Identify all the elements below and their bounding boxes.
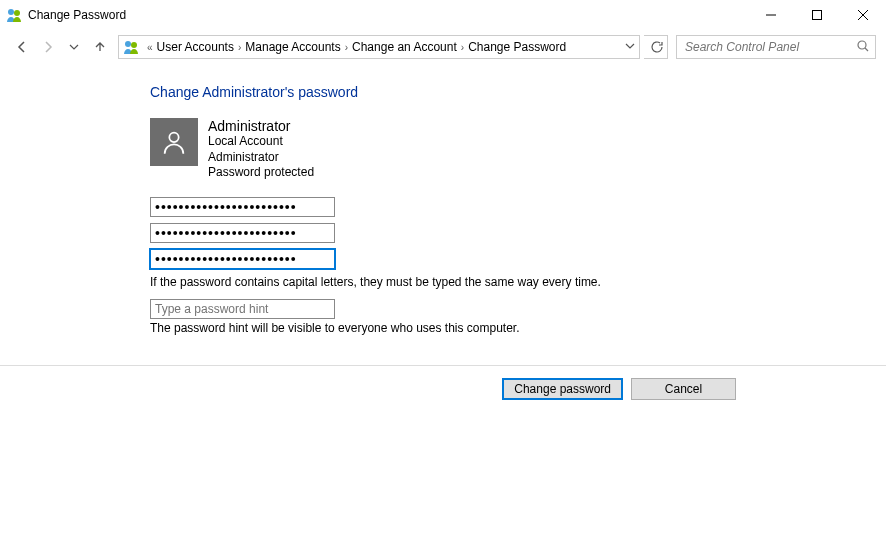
svg-point-7 <box>131 42 137 48</box>
user-account-type: Local Account <box>208 134 314 150</box>
chevron-down-icon[interactable] <box>625 40 635 54</box>
change-password-button[interactable]: Change password <box>502 378 623 400</box>
user-tile: Administrator Local Account Administrato… <box>150 118 886 181</box>
close-button[interactable] <box>840 0 886 30</box>
chevron-right-icon: › <box>461 42 464 53</box>
minimize-button[interactable] <box>748 0 794 30</box>
breadcrumb-item[interactable]: Change an Account <box>352 40 457 54</box>
user-info: Administrator Local Account Administrato… <box>208 118 314 181</box>
breadcrumb-item[interactable]: Manage Accounts <box>245 40 340 54</box>
recent-dropdown[interactable] <box>62 35 86 59</box>
content-area: Change Administrator's password Administ… <box>0 64 886 335</box>
forward-button[interactable] <box>36 35 60 59</box>
users-icon <box>6 7 22 23</box>
users-icon <box>123 39 139 55</box>
search-icon[interactable] <box>857 40 869 55</box>
svg-rect-3 <box>813 11 822 20</box>
svg-point-6 <box>125 41 131 47</box>
hint-note: The password hint will be visible to eve… <box>150 321 886 335</box>
search-box[interactable] <box>676 35 876 59</box>
titlebar: Change Password <box>0 0 886 30</box>
user-name: Administrator <box>208 118 314 134</box>
current-password-input[interactable] <box>150 197 335 217</box>
search-input[interactable] <box>683 39 857 55</box>
user-status: Password protected <box>208 165 314 181</box>
chevron-left-icon: « <box>147 42 153 53</box>
avatar <box>150 118 198 166</box>
svg-point-1 <box>14 10 20 16</box>
password-hint-input[interactable] <box>150 299 335 319</box>
navbar: « User Accounts › Manage Accounts › Chan… <box>0 30 886 64</box>
user-role: Administrator <box>208 150 314 166</box>
up-button[interactable] <box>88 35 112 59</box>
chevron-right-icon: › <box>238 42 241 53</box>
svg-point-8 <box>858 41 866 49</box>
svg-line-9 <box>865 48 868 51</box>
caps-note: If the password contains capital letters… <box>150 275 886 289</box>
back-button[interactable] <box>10 35 34 59</box>
svg-point-10 <box>169 133 178 142</box>
confirm-password-input[interactable] <box>150 249 335 269</box>
chevron-right-icon: › <box>345 42 348 53</box>
refresh-button[interactable] <box>644 35 668 59</box>
breadcrumb[interactable]: « User Accounts › Manage Accounts › Chan… <box>118 35 640 59</box>
window-title: Change Password <box>28 8 126 22</box>
page-heading: Change Administrator's password <box>150 84 886 100</box>
footer: Change password Cancel <box>0 366 886 400</box>
new-password-input[interactable] <box>150 223 335 243</box>
breadcrumb-item[interactable]: User Accounts <box>157 40 234 54</box>
breadcrumb-item[interactable]: Change Password <box>468 40 566 54</box>
maximize-button[interactable] <box>794 0 840 30</box>
cancel-button[interactable]: Cancel <box>631 378 736 400</box>
svg-point-0 <box>8 9 14 15</box>
